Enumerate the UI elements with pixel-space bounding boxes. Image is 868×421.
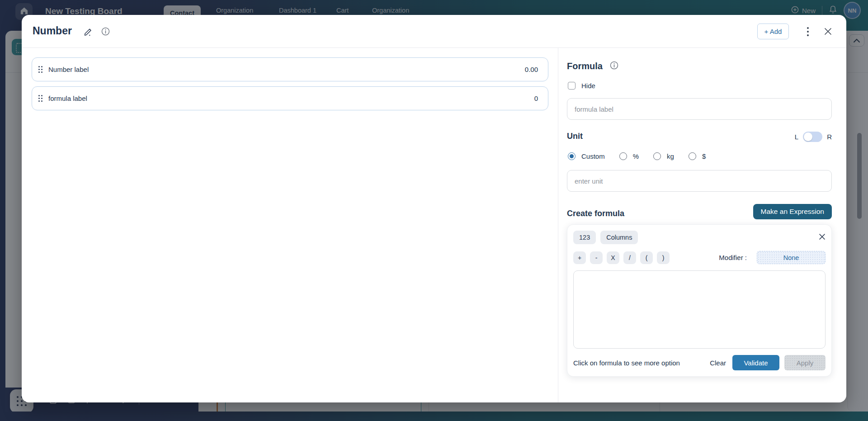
radio-kg[interactable] (653, 152, 661, 160)
tab-123[interactable]: 123 (573, 231, 596, 244)
field-row-formula[interactable]: formula label 0 (32, 86, 548, 110)
radio-dollar[interactable] (689, 152, 696, 160)
operator-multiply[interactable]: X (607, 251, 619, 264)
unit-left-label: L (795, 133, 798, 141)
edit-pencil-icon[interactable] (84, 27, 93, 38)
field-label: Number label (48, 66, 89, 73)
validate-button[interactable]: Validate (732, 355, 779, 370)
builder-close-icon[interactable] (819, 233, 826, 242)
hide-checkbox[interactable] (568, 82, 576, 90)
more-options-icon[interactable] (807, 27, 809, 36)
drag-handle-icon[interactable] (38, 95, 42, 102)
formula-label-input[interactable] (567, 98, 832, 120)
operator-close-paren[interactable]: ) (657, 251, 670, 264)
modal-title: Number (33, 25, 72, 37)
field-row-number[interactable]: Number label 0.00 (32, 57, 548, 81)
operator-plus[interactable]: + (573, 251, 586, 264)
field-value: 0 (534, 95, 538, 102)
radio-custom[interactable] (568, 152, 576, 160)
create-formula-heading: Create formula (567, 209, 624, 218)
field-value: 0.00 (525, 66, 538, 73)
unit-side-toggle[interactable] (803, 132, 822, 142)
toggle-knob (804, 132, 812, 141)
formula-panel: Formula Hide Unit L R Custom % kg (558, 47, 846, 402)
operator-open-paren[interactable]: ( (640, 251, 653, 264)
operator-minus[interactable]: - (590, 251, 603, 264)
add-button[interactable]: + Add (757, 24, 789, 39)
modal-close-icon[interactable] (824, 28, 832, 37)
builder-hint: Click on formula to see more option (573, 359, 680, 367)
unit-heading: Unit (567, 132, 583, 141)
radio-kg-label: kg (667, 152, 674, 160)
info-icon[interactable] (610, 61, 618, 71)
info-icon[interactable] (101, 27, 110, 38)
radio-percent[interactable] (619, 152, 627, 160)
formula-heading: Formula (567, 61, 603, 71)
radio-dollar-label: $ (702, 152, 706, 160)
formula-textarea[interactable] (573, 270, 826, 349)
formula-builder: 123 Columns + - X / ( ) Modifier : None … (567, 224, 832, 377)
clear-button[interactable]: Clear (703, 359, 732, 367)
tab-columns[interactable]: Columns (600, 231, 638, 244)
radio-custom-label: Custom (581, 152, 605, 160)
unit-input[interactable] (567, 170, 832, 192)
hide-label: Hide (581, 82, 595, 90)
field-label: formula label (48, 95, 87, 102)
unit-right-label: R (827, 133, 832, 141)
apply-button[interactable]: Apply (784, 355, 826, 370)
operator-divide[interactable]: / (623, 251, 636, 264)
make-expression-button[interactable]: Make an Expression (753, 204, 832, 219)
radio-percent-label: % (633, 152, 639, 160)
number-field-modal: Number + Add Number label 0.00 formula l… (22, 15, 846, 402)
drag-handle-icon[interactable] (38, 66, 42, 73)
modifier-label: Modifier : (719, 254, 753, 261)
modifier-none-button[interactable]: None (757, 251, 826, 264)
